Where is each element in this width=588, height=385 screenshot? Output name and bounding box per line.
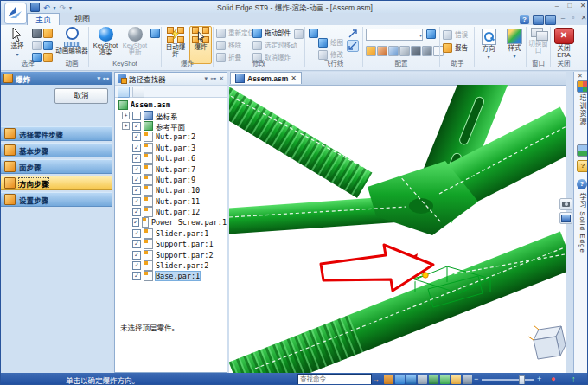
bellows-tube-part[interactable]	[229, 85, 372, 198]
dock-tab-learn[interactable]: 学习 Solid Edge	[576, 193, 588, 253]
explode-step[interactable]: 选择零件步骤	[1, 126, 112, 141]
tree-item[interactable]: ✓Nut.par:7	[115, 164, 227, 174]
tree-item[interactable]: ✓Base.par:1	[115, 271, 227, 281]
orientation-button[interactable]: 方向 ▾	[477, 29, 500, 61]
zoom-slider-thumb[interactable]	[519, 375, 525, 385]
display-mode-button[interactable]	[559, 212, 572, 224]
checkbox[interactable]: ✓	[132, 208, 141, 216]
remove-button[interactable]: 移除	[216, 40, 241, 51]
explode-step[interactable]: 设置步骤	[1, 192, 112, 207]
zoom-icon[interactable]	[406, 375, 416, 384]
tree-item[interactable]: ✓Slider.par:2	[115, 260, 227, 271]
tree-root[interactable]: Assem.asm	[115, 99, 227, 110]
checkbox[interactable]: ✓	[132, 261, 141, 270]
view-cube[interactable]	[528, 325, 566, 359]
select-visible-icon[interactable]	[43, 41, 53, 50]
pan-icon[interactable]	[429, 375, 438, 384]
flowline-icon[interactable]	[309, 29, 318, 38]
view-styles-icon[interactable]	[451, 375, 461, 384]
pathfinder-pin-icon[interactable]: ⊶	[210, 75, 216, 82]
keyshot-options-icon[interactable]	[150, 29, 160, 38]
sketch-view-icon[interactable]	[384, 375, 393, 384]
rotate-view-icon[interactable]	[440, 375, 450, 384]
record-icon[interactable]: ●	[551, 375, 555, 384]
query-icon[interactable]	[32, 29, 42, 38]
zone-icon[interactable]	[377, 46, 387, 56]
zoom-slider-track[interactable]	[482, 379, 534, 381]
mdi-minimize-button[interactable]: –	[558, 14, 568, 22]
key-icon[interactable]	[422, 46, 432, 56]
config-manager-icon[interactable]	[426, 29, 436, 39]
close-button[interactable]: ✕	[577, 2, 588, 10]
document-tab-close-icon[interactable]: ✕	[291, 74, 297, 82]
checkbox[interactable]: ✓	[132, 197, 141, 206]
dock-close-icon[interactable]: ✕	[578, 73, 583, 80]
move-on-select-button[interactable]: 选定时移动	[252, 40, 297, 51]
auto-explode-button[interactable]: 自动爆炸	[163, 27, 188, 58]
explode-step[interactable]: 面步骤	[1, 159, 112, 174]
tree-item[interactable]: ✓Nut.par:12	[115, 207, 227, 217]
find-command-input[interactable]	[297, 374, 372, 385]
explode-step[interactable]: 方向步骤	[1, 176, 112, 190]
tree-item[interactable]: ✓Support.par:2	[115, 249, 227, 260]
expander-icon[interactable]: +	[122, 112, 130, 119]
tree-item[interactable]: +坐标系	[115, 110, 227, 120]
window-layout-icon[interactable]	[463, 375, 472, 384]
style-button[interactable]: 样式 ▾	[504, 29, 525, 60]
report-button[interactable]: 报告	[443, 42, 468, 54]
mdi-restore-button[interactable]: ▫	[568, 14, 578, 22]
tree-item[interactable]: ✓Nut.par:2	[115, 132, 227, 142]
app-button[interactable]	[4, 3, 27, 24]
clear-selection-icon[interactable]	[32, 41, 42, 50]
photo-view-button[interactable]	[559, 198, 572, 210]
checkbox[interactable]: ✓	[132, 165, 141, 174]
config-combo[interactable]: ▾	[366, 29, 423, 41]
expander-icon[interactable]: +	[122, 122, 130, 130]
gallery-icon[interactable]	[577, 144, 588, 157]
checkbox[interactable]: ✓	[132, 229, 141, 238]
flowline-toggle-edit[interactable]	[347, 40, 359, 52]
modify-options-icon[interactable]	[294, 29, 304, 39]
keyshot-render-button[interactable]: KeyShot 渲染	[92, 27, 119, 56]
switch-window-button[interactable]: 切换窗口	[527, 28, 549, 55]
learn-help-icon[interactable]: ?	[577, 179, 587, 189]
tile-windows-icon[interactable]	[545, 15, 556, 25]
checkbox[interactable]: ✓	[132, 154, 141, 163]
zoom-in-icon[interactable]: +	[537, 375, 541, 384]
pathfinder-collapse-icon[interactable]: ▾	[205, 75, 208, 82]
error-assistant-button[interactable]: 错误	[443, 29, 468, 41]
animation-editor-button[interactable]: 动画编辑器	[55, 27, 88, 55]
checkbox[interactable]	[132, 112, 141, 120]
fit-view-icon[interactable]	[418, 375, 427, 384]
tree-item[interactable]: ✓Nut.par:10	[115, 185, 227, 196]
hub-nut[interactable]	[409, 198, 433, 214]
checkbox[interactable]: ✓	[132, 144, 141, 152]
go-arrow-icon[interactable]: →	[371, 375, 380, 384]
tutorials-folder-icon[interactable]: ?	[577, 160, 588, 172]
reposition-button[interactable]: 重新定位	[216, 28, 254, 39]
camera-config-icon[interactable]	[411, 46, 421, 56]
model-viewport[interactable]: Assem.asm ✕	[229, 72, 566, 373]
tree-item[interactable]: ✓Power Screw.par:1	[115, 217, 227, 228]
qat-customize-icon[interactable]: ▾	[69, 4, 72, 10]
select-button[interactable]: 选择 ▾	[6, 27, 29, 58]
undo-caret-icon[interactable]: ▾	[54, 4, 56, 10]
checkbox[interactable]: ✓	[132, 132, 141, 141]
tree-item[interactable]: ✓Slider.par:1	[115, 228, 227, 239]
drag-component-button[interactable]: 拖动部件	[252, 28, 291, 39]
tree-item[interactable]: ✓Nut.par:11	[115, 196, 227, 207]
checkbox[interactable]: ✓	[132, 272, 141, 280]
tab-home[interactable]: 主页	[27, 13, 60, 26]
mdi-close-button[interactable]: ✕	[578, 14, 588, 22]
flowline-draw-button[interactable]: 绘图	[318, 37, 343, 48]
arrange-windows-icon[interactable]	[533, 15, 544, 25]
zoom-out-icon[interactable]: −	[474, 375, 478, 384]
tree-item[interactable]: ✓Nut.par:9	[115, 175, 227, 185]
keyshot-update-button[interactable]: KeyShot 更新	[121, 27, 149, 56]
save-icon[interactable]	[30, 3, 40, 12]
close-era-button[interactable]: ✕ 关闭 ERA	[553, 28, 575, 59]
origin-point[interactable]	[423, 273, 428, 278]
copy-config-icon[interactable]	[399, 46, 410, 56]
tree-item[interactable]: +✓参考平面	[115, 121, 227, 132]
tab-view[interactable]: 视图	[67, 13, 98, 25]
